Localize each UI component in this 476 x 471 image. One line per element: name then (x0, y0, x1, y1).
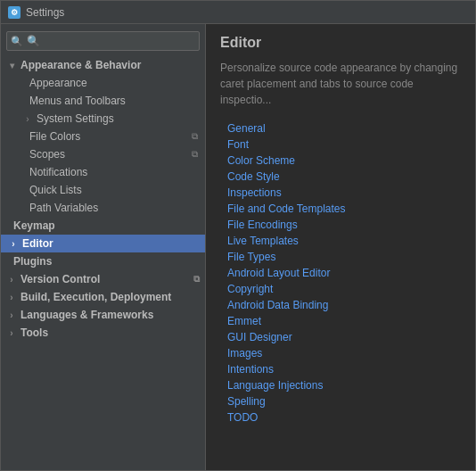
title-bar-text: Settings (26, 6, 64, 19)
editor-link[interactable]: File Encodings (220, 217, 461, 233)
sidebar: 🔍 ▾ Appearance & Behavior Appearance Men… (1, 24, 206, 470)
sidebar-item-path-variables[interactable]: Path Variables (1, 199, 205, 217)
chevron-right-icon: › (6, 310, 17, 320)
settings-window: ⚙ Settings 🔍 ▾ Appearance & Behavior App… (0, 0, 476, 471)
editor-link[interactable]: Color Scheme (220, 153, 461, 169)
sidebar-item-appearance[interactable]: Appearance (1, 74, 205, 92)
panel-description: Personalize source code appearance by ch… (220, 60, 461, 108)
title-bar: ⚙ Settings (1, 1, 475, 24)
editor-link[interactable]: General (220, 120, 461, 136)
sidebar-group-label: Appearance & Behavior (21, 59, 141, 71)
chevron-right-icon: › (6, 327, 17, 338)
editor-link[interactable]: TODO (220, 409, 461, 426)
sidebar-item-languages-frameworks[interactable]: › Languages & Frameworks (1, 306, 205, 324)
sidebar-item-scopes[interactable]: Scopes ⧉ (1, 145, 205, 163)
sidebar-item-file-colors[interactable]: File Colors ⧉ (1, 128, 205, 145)
editor-link[interactable]: Copyright (220, 281, 461, 297)
sidebar-item-editor[interactable]: › Editor (1, 235, 205, 252)
sidebar-item-keymap[interactable]: Keymap (1, 217, 205, 235)
search-icon: 🔍 (11, 36, 23, 47)
chevron-right-icon: › (22, 113, 33, 124)
editor-link[interactable]: Emmet (220, 313, 461, 329)
sidebar-item-build-execution[interactable]: › Build, Execution, Deployment (1, 288, 205, 306)
editor-link[interactable]: Live Templates (220, 233, 461, 249)
editor-link[interactable]: Images (220, 345, 461, 361)
editor-link[interactable]: Spelling (220, 393, 461, 409)
editor-link[interactable]: Intentions (220, 361, 461, 377)
chevron-right-icon: › (6, 292, 17, 302)
editor-link[interactable]: Inspections (220, 185, 461, 201)
sidebar-item-notifications[interactable]: Notifications (1, 163, 205, 181)
copy-icon: ⧉ (192, 149, 198, 160)
right-panel: Editor Personalize source code appearanc… (206, 24, 475, 470)
sidebar-item-appearance-behavior[interactable]: ▾ Appearance & Behavior (1, 56, 205, 74)
editor-link[interactable]: Code Style (220, 169, 461, 185)
search-input[interactable] (6, 31, 200, 51)
editor-links-list: GeneralFontColor SchemeCode StyleInspect… (220, 120, 461, 426)
editor-link[interactable]: Android Data Binding (220, 297, 461, 313)
sidebar-item-version-control[interactable]: › Version Control ⧉ (1, 270, 205, 288)
settings-icon: ⚙ (8, 6, 21, 19)
editor-link[interactable]: Font (220, 136, 461, 153)
sidebar-item-quick-lists[interactable]: Quick Lists (1, 181, 205, 199)
sidebar-item-plugins[interactable]: Plugins (1, 252, 205, 270)
sidebar-item-tools[interactable]: › Tools (1, 324, 205, 342)
editor-link[interactable]: File Types (220, 249, 461, 265)
chevron-right-icon: › (8, 238, 19, 249)
sidebar-item-system-settings[interactable]: › System Settings (1, 110, 205, 128)
copy-icon: ⧉ (193, 274, 200, 285)
search-box[interactable]: 🔍 (6, 31, 200, 51)
chevron-down-icon: ▾ (6, 60, 17, 70)
editor-link[interactable]: Language Injections (220, 377, 461, 393)
editor-link[interactable]: File and Code Templates (220, 201, 461, 217)
editor-link[interactable]: Android Layout Editor (220, 265, 461, 281)
main-content: 🔍 ▾ Appearance & Behavior Appearance Men… (1, 24, 475, 470)
sidebar-item-menus-toolbars[interactable]: Menus and Toolbars (1, 92, 205, 110)
copy-icon: ⧉ (192, 131, 198, 142)
editor-link[interactable]: GUI Designer (220, 329, 461, 345)
panel-title: Editor (220, 35, 461, 51)
chevron-right-icon: › (6, 274, 17, 285)
